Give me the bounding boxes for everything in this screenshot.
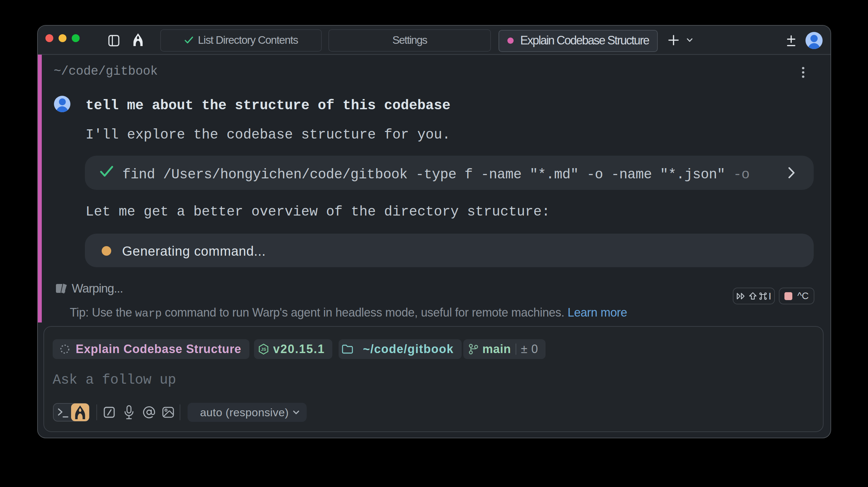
- svg-text:JS: JS: [261, 347, 266, 352]
